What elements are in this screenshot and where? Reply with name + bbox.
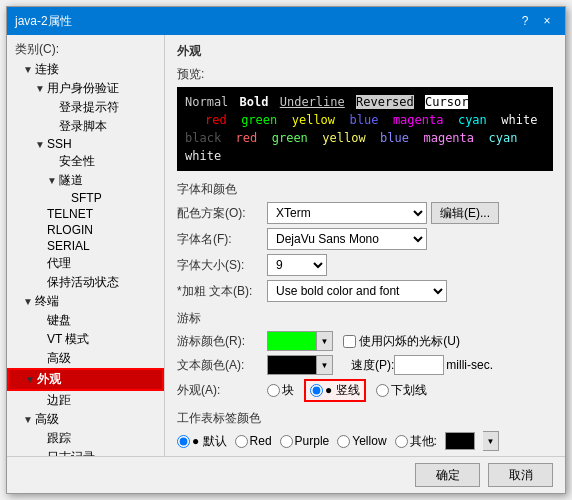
pv3-cyan: cyan (489, 131, 518, 145)
tree-item-键盘[interactable]: 键盘 (7, 311, 164, 330)
tab-radio-purple[interactable]: Purple (280, 434, 330, 448)
pv2-cyan: cyan (458, 113, 487, 127)
cursor-color-dropdown[interactable]: ▼ (317, 331, 333, 351)
color-scheme-edit-button[interactable]: 编辑(E)... (431, 202, 499, 224)
tree-item-终端[interactable]: ▼终端 (7, 292, 164, 311)
pv2-blue: blue (350, 113, 379, 127)
tab-colors-section: 工作表标签颜色 ● 默认 Red Purple (177, 410, 553, 451)
tree-item-登录提示符[interactable]: 登录提示符 (7, 98, 164, 117)
preview-line1: Normal Bold Underline Reversed Cursor (185, 93, 545, 111)
tree-item-边距[interactable]: 边距 (7, 391, 164, 410)
tab-colors-title: 工作表标签颜色 (177, 410, 553, 427)
color-scheme-label: 配色方案(O): (177, 205, 267, 222)
help-button[interactable]: ? (515, 11, 535, 31)
cancel-button[interactable]: 取消 (488, 463, 553, 487)
pv3-red: red (236, 131, 258, 145)
pv3-yellow: yellow (322, 131, 365, 145)
close-button[interactable]: × (537, 11, 557, 31)
dialog-title: java-2属性 (15, 13, 72, 30)
flash-cursor-label: 使用闪烁的光标(U) (356, 333, 460, 350)
text-color-row: 文本颜色(A): ▼ 速度(P): milli-sec. (177, 355, 553, 375)
tree-item-高级终端[interactable]: 高级 (7, 349, 164, 368)
left-panel: 类别(C): ▼连接 ▼用户身份验证 登录提示符 登录脚本 ▼SSH 安全性 ▼… (7, 35, 165, 456)
dialog-body: 类别(C): ▼连接 ▼用户身份验证 登录提示符 登录脚本 ▼SSH 安全性 ▼… (7, 35, 565, 456)
pv3-green: green (272, 131, 308, 145)
cursor-title: 游标 (177, 310, 553, 327)
font-name-label: 字体名(F): (177, 231, 267, 248)
pv-underline: Underline (280, 95, 345, 109)
ok-button[interactable]: 确定 (415, 463, 480, 487)
bottom-bar: 确定 取消 (7, 456, 565, 493)
color-scheme-row: 配色方案(O): XTerm 编辑(E)... (177, 202, 553, 224)
speed-label: 速度(P): (351, 357, 394, 374)
tree-item-代理[interactable]: 代理 (7, 254, 164, 273)
text-color-label: 文本颜色(A): (177, 357, 267, 374)
flash-checkbox-row: 使用闪烁的光标(U) (343, 333, 460, 350)
radio-block[interactable]: 块 (267, 382, 294, 399)
preview-label: 预览: (177, 66, 267, 83)
tab-radio-red[interactable]: Red (235, 434, 272, 448)
appearance-radio-group: 块 ● 竖线 下划线 (267, 379, 433, 402)
pv-bold: Bold (240, 95, 269, 109)
tree-item-VT模式[interactable]: VT 模式 (7, 330, 164, 349)
pv2-green: green (241, 113, 277, 127)
category-label: 类别(C): (7, 39, 164, 60)
tab-radio-yellow[interactable]: Yellow (337, 434, 386, 448)
text-color-box[interactable] (267, 355, 317, 375)
pv-normal: Normal (185, 95, 228, 109)
tab-radio-default[interactable]: ● 默认 (177, 433, 227, 450)
tree-item-保持活动状态[interactable]: 保持活动状态 (7, 273, 164, 292)
speed-unit: milli-sec. (446, 358, 493, 372)
cursor-color-box[interactable] (267, 331, 317, 351)
speed-row: 速度(P): milli-sec. (349, 355, 493, 375)
pv3-magenta: magenta (423, 131, 474, 145)
tree-item-高级[interactable]: ▼高级 (7, 410, 164, 429)
title-bar: java-2属性 ? × (7, 7, 565, 35)
radio-vertical-line[interactable]: ● 竖线 (304, 379, 366, 402)
speed-input[interactable] (394, 355, 444, 375)
appearance-label: 外观(A): (177, 382, 267, 399)
font-colors-title: 字体和颜色 (177, 181, 553, 198)
flash-cursor-checkbox[interactable] (343, 335, 356, 348)
pv2-white: white (501, 113, 537, 127)
tab-other-color-box[interactable] (445, 432, 475, 450)
bold-text-select[interactable]: Use bold color and font (267, 280, 447, 302)
pv2-magenta: magenta (393, 113, 444, 127)
appearance-row: 外观(A): 块 ● 竖线 下划线 (177, 379, 553, 402)
text-color-dropdown[interactable]: ▼ (317, 355, 333, 375)
tree-item-安全性[interactable]: 安全性 (7, 152, 164, 171)
pv2-yellow: yellow (292, 113, 335, 127)
font-size-select[interactable]: 9 (267, 254, 327, 276)
tab-radio-other[interactable]: 其他: (395, 433, 437, 450)
tree-item-日志记录[interactable]: 日志记录 (7, 448, 164, 456)
tree-item-SERIAL[interactable]: SERIAL (7, 238, 164, 254)
cursor-section: 游标 游标颜色(R): ▼ 使用闪烁的光标(U) 文本颜色( (177, 310, 553, 402)
pv3-black: black (185, 131, 221, 145)
color-scheme-select[interactable]: XTerm (267, 202, 427, 224)
tree-item-隧道[interactable]: ▼隧道 (7, 171, 164, 190)
cursor-color-row: 游标颜色(R): ▼ 使用闪烁的光标(U) (177, 331, 553, 351)
tree-item-RLOGIN[interactable]: RLOGIN (7, 222, 164, 238)
tree-item-跟踪[interactable]: 跟踪 (7, 429, 164, 448)
pv2-red: red (205, 113, 227, 127)
tree-item-SSH[interactable]: ▼SSH (7, 136, 164, 152)
tab-colors-row: ● 默认 Red Purple Yellow (177, 431, 553, 451)
title-controls: ? × (515, 11, 557, 31)
tree-item-TELNET[interactable]: TELNET (7, 206, 164, 222)
tree-item-外观[interactable]: ▼外观 (7, 368, 164, 391)
tab-other-color-dropdown[interactable]: ▼ (483, 431, 499, 451)
radio-underline[interactable]: 下划线 (376, 382, 427, 399)
font-size-label: 字体大小(S): (177, 257, 267, 274)
preview-row: 预览: (177, 66, 553, 83)
tree-item-连接[interactable]: ▼连接 (7, 60, 164, 79)
section-title: 外观 (177, 43, 553, 60)
font-name-row: 字体名(F): DejaVu Sans Mono (177, 228, 553, 250)
pv3-blue: blue (380, 131, 409, 145)
font-name-select[interactable]: DejaVu Sans Mono (267, 228, 427, 250)
tree-item-SFTP[interactable]: SFTP (7, 190, 164, 206)
pv-cursor: Cursor (425, 95, 468, 109)
tree-item-用户身份验证[interactable]: ▼用户身份验证 (7, 79, 164, 98)
cursor-color-label: 游标颜色(R): (177, 333, 267, 350)
tree-item-登录脚本[interactable]: 登录脚本 (7, 117, 164, 136)
bold-text-label: *加粗 文本(B): (177, 283, 267, 300)
